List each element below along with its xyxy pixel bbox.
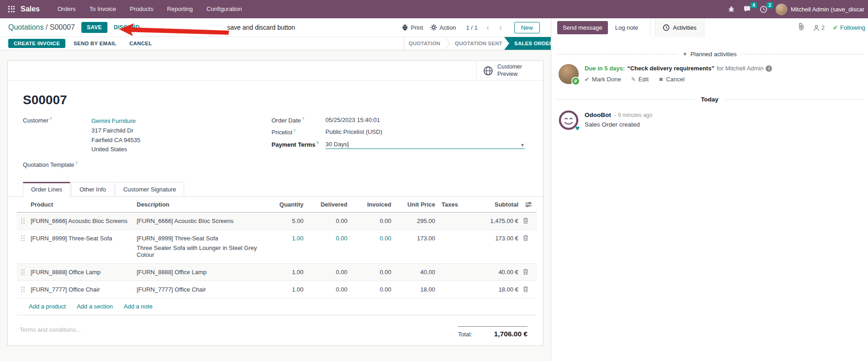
attachments-button[interactable] [798, 23, 805, 32]
cell-description[interactable]: [FURN_6666] Acoustic Bloc Screens [135, 212, 268, 229]
delete-row-button[interactable] [520, 212, 537, 229]
add-product-link[interactable]: Add a product [29, 303, 66, 310]
status-step-sales-order[interactable]: SALES ORDER [504, 37, 551, 50]
menu-to-invoice[interactable]: To Invoice [84, 0, 122, 18]
pricelist-value[interactable]: Public Pricelist (USD) [325, 128, 382, 136]
create-invoice-button[interactable]: CREATE INVOICE [8, 39, 65, 48]
payment-terms-input[interactable]: 30 Days ▼ [325, 141, 525, 149]
cell-invoiced[interactable]: 0.00 [349, 281, 393, 298]
send-message-button[interactable]: Send message [557, 21, 608, 34]
odoobot-avatar[interactable]: ♥ [559, 110, 579, 130]
activities-clock-icon[interactable]: 2 [760, 5, 767, 13]
cell-quantity[interactable]: 1.00 [268, 281, 305, 298]
cell-unit-price[interactable]: 173.00 [393, 230, 437, 247]
apps-grid-icon[interactable] [8, 6, 15, 13]
col-product[interactable]: Product [29, 197, 135, 212]
cell-unit-price[interactable]: 40.00 [393, 264, 437, 281]
drag-handle-icon[interactable] [17, 281, 29, 298]
edit-activity-button[interactable]: ✎Edit [631, 76, 649, 83]
cell-product[interactable]: [FURN_8999] Three-Seat Sofa [29, 230, 135, 247]
customer-preview-button[interactable]: Customer Preview [476, 61, 543, 80]
cell-description[interactable]: [FURN_8888] Office Lamp [135, 264, 268, 281]
col-subtotal[interactable]: Subtotal [467, 197, 520, 212]
cell-delivered[interactable]: 0.00 [305, 281, 349, 298]
cell-product[interactable]: [FURN_7777] Office Chair [29, 281, 135, 298]
table-row[interactable]: [FURN_8999] Three-Seat Sofa [FURN_8999] … [17, 230, 537, 264]
cancel-activity-button[interactable]: ✖Cancel [659, 76, 685, 83]
cell-invoiced[interactable]: 0.00 [349, 212, 393, 229]
status-step-quotation[interactable]: QUOTATION [404, 37, 445, 50]
log-note-button[interactable]: Log note [610, 21, 644, 34]
cancel-button[interactable]: CANCEL [125, 39, 157, 48]
cell-invoiced[interactable]: 0.00 [349, 264, 393, 281]
discard-button[interactable]: DISCARD [114, 24, 140, 31]
following-button[interactable]: ✔ Following [833, 24, 865, 31]
user-menu[interactable]: Mitchell Admin (save_discar [776, 4, 864, 15]
add-section-link[interactable]: Add a section [77, 303, 113, 310]
terms-placeholder[interactable]: Terms and conditions... [20, 326, 81, 338]
cell-product[interactable]: [FURN_6666] Acoustic Bloc Screens [29, 212, 135, 229]
send-by-email-button[interactable]: SEND BY EMAIL [69, 39, 121, 48]
tab-order-lines[interactable]: Order Lines [23, 182, 70, 197]
col-delivered[interactable]: Delivered [305, 197, 349, 212]
cell-taxes[interactable] [437, 267, 467, 277]
tab-other-info[interactable]: Other Info [71, 182, 114, 197]
cell-delivered[interactable]: 0.00 [305, 212, 349, 229]
cell-delivered[interactable]: 0.00 [305, 230, 349, 247]
col-unit-price[interactable]: Unit Price [393, 197, 437, 212]
table-row[interactable]: [FURN_6666] Acoustic Bloc Screens [FURN_… [17, 212, 537, 230]
delete-row-button[interactable] [520, 230, 537, 246]
activity-avatar[interactable] [559, 64, 579, 84]
delete-row-button[interactable] [520, 281, 537, 297]
cell-quantity[interactable]: 1.00 [268, 264, 305, 281]
delete-row-button[interactable] [520, 264, 537, 280]
menu-configuration[interactable]: Configuration [201, 0, 248, 18]
col-description[interactable]: Description [135, 197, 268, 212]
cell-unit-price[interactable]: 18.00 [393, 281, 437, 298]
cell-quantity[interactable]: 5.00 [268, 212, 305, 229]
menu-products[interactable]: Products [124, 0, 159, 18]
add-note-link[interactable]: Add a note [124, 303, 153, 310]
new-button[interactable]: New [514, 22, 540, 33]
status-step-quotation-sent[interactable]: QUOTATION SENT [450, 37, 507, 50]
menu-orders[interactable]: Orders [52, 0, 82, 18]
customer-link[interactable]: Gemini Furniture [91, 117, 140, 126]
cell-taxes[interactable] [437, 284, 467, 294]
cell-quantity[interactable]: 1.00 [268, 230, 305, 247]
col-quantity[interactable]: Quantity [268, 197, 305, 212]
drag-handle-icon[interactable] [17, 230, 29, 247]
action-button[interactable]: Action [431, 24, 456, 31]
dropdown-caret-icon[interactable]: ▼ [520, 143, 525, 148]
breadcrumb-quotations[interactable]: Quotations [8, 23, 43, 31]
cell-delivered[interactable]: 0.00 [305, 264, 349, 281]
table-row[interactable]: [FURN_8888] Office Lamp [FURN_8888] Offi… [17, 264, 537, 281]
debug-bug-icon[interactable] [728, 5, 735, 13]
print-button[interactable]: Print [402, 24, 423, 31]
cell-unit-price[interactable]: 295.00 [393, 212, 437, 229]
activities-button[interactable]: Activities [655, 18, 704, 37]
cell-taxes[interactable] [437, 230, 467, 240]
info-icon[interactable]: i [766, 65, 772, 72]
table-row[interactable]: [FURN_7777] Office Chair [FURN_7777] Off… [17, 281, 537, 298]
order-date-value[interactable]: 05/25/2023 15:40:01 [325, 117, 380, 124]
messages-icon[interactable]: 4 [743, 5, 751, 13]
cell-description[interactable]: [FURN_7777] Office Chair [135, 281, 268, 298]
followers-button[interactable]: 2 [813, 24, 825, 31]
drag-handle-icon[interactable] [17, 264, 29, 281]
col-invoiced[interactable]: Invoiced [349, 197, 393, 212]
prev-page-icon[interactable]: ‹ [485, 23, 490, 32]
cell-description[interactable]: [FURN_8999] Three-Seat Sofa Three Seater… [135, 230, 268, 263]
app-name[interactable]: Sales [21, 5, 40, 13]
cell-taxes[interactable] [437, 216, 467, 226]
mark-done-button[interactable]: ✔Mark Done [585, 76, 621, 83]
cell-product[interactable]: [FURN_8888] Office Lamp [29, 264, 135, 281]
cell-invoiced[interactable]: 0.00 [349, 230, 393, 247]
col-taxes[interactable]: Taxes [437, 197, 467, 212]
planned-activities-toggle[interactable]: ▼ Planned activities [556, 51, 863, 58]
tab-customer-signature[interactable]: Customer Signature [115, 182, 185, 197]
message-author[interactable]: OdooBot [585, 111, 611, 118]
optional-columns-button[interactable] [520, 197, 537, 212]
drag-handle-icon[interactable] [17, 212, 29, 229]
menu-reporting[interactable]: Reporting [161, 0, 198, 18]
save-button[interactable]: SAVE [81, 22, 107, 33]
